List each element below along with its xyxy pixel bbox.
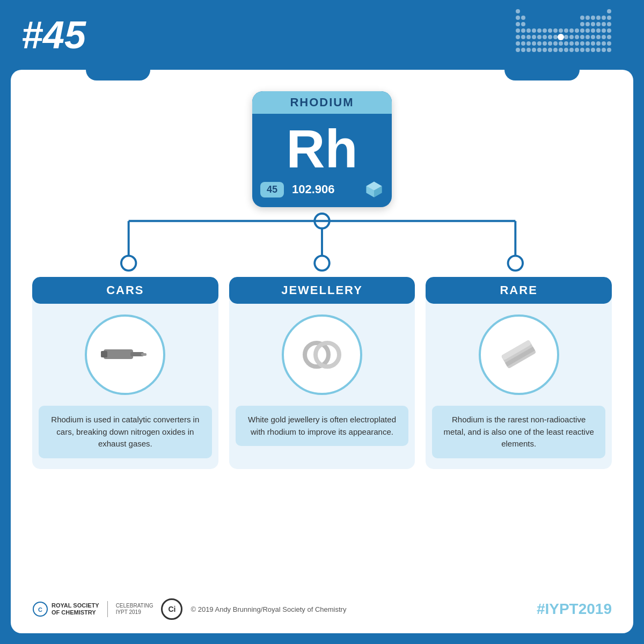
metal-bar-icon (489, 325, 548, 384)
cars-icon-circle (85, 314, 165, 395)
jewellery-description: White gold jewellery is often electropla… (236, 406, 409, 446)
element-section: RHODIUM Rh 45 102.906 (32, 91, 612, 207)
svg-point-9 (314, 256, 329, 270)
element-name: RHODIUM (252, 91, 392, 114)
element-card-body: Rh 45 102.906 (252, 114, 392, 207)
rsc-text-block: ROYAL SOCIETY OF CHEMISTRY (52, 602, 99, 616)
cube-icon (364, 180, 384, 199)
svg-rect-15 (101, 351, 107, 357)
atomic-number: 45 (260, 182, 284, 197)
footer: C ROYAL SOCIETY OF CHEMISTRY CELEBRATING… (32, 598, 612, 620)
celebrating-block: CELEBRATING IYPT 2019 (116, 603, 153, 616)
rsc-line2: OF CHEMISTRY (52, 609, 99, 616)
svg-rect-16 (141, 353, 147, 356)
atomic-mass: 102.906 (292, 182, 335, 196)
exhaust-icon (96, 325, 155, 384)
connections-area (32, 213, 612, 277)
element-symbol: Rh (260, 122, 384, 175)
iypt-label: IYPT 2019 (116, 609, 153, 616)
copyright: © 2019 Andy Brunning/Royal Society of Ch… (191, 605, 528, 613)
ci-badge: Ci (161, 598, 182, 620)
divider-1 (107, 601, 108, 617)
rare-icon-circle (479, 314, 559, 395)
element-details: 45 102.906 (260, 180, 384, 199)
rsc-line1: ROYAL SOCIETY (52, 602, 99, 609)
three-columns: CARS Rhodium is used in catalytic conver… (32, 277, 612, 469)
cars-card: CARS Rhodium is used in catalytic conver… (32, 277, 218, 469)
rsc-logo: C ROYAL SOCIETY OF CHEMISTRY (32, 601, 99, 617)
cars-description: Rhodium is used in catalytic converters … (39, 406, 212, 458)
rare-header: RARE (426, 277, 612, 304)
rare-card: RARE Rhodium is the rarest non-radioacti… (426, 277, 612, 469)
element-number: #45 (21, 13, 86, 57)
periodic-table-icon (515, 8, 623, 62)
rsc-circle-logo: C (32, 601, 48, 617)
rare-description: Rhodium is the rarest non-radioactive me… (432, 406, 605, 458)
svg-rect-13 (104, 349, 133, 359)
svg-point-12 (508, 256, 523, 270)
svg-point-7 (121, 256, 136, 270)
svg-text:C: C (38, 606, 42, 613)
jewellery-card: JEWELLERY White gold jewellery is often … (229, 277, 415, 469)
cars-header: CARS (32, 277, 218, 304)
jewellery-header: JEWELLERY (229, 277, 415, 304)
hashtag: #IYPT2019 (537, 601, 612, 618)
celebrating-label: CELEBRATING (116, 603, 153, 609)
ci-label: Ci (168, 605, 175, 613)
element-card: RHODIUM Rh 45 102.906 (252, 91, 392, 207)
jewellery-icon-circle (282, 314, 362, 395)
page-container: #45 RHODIUM Rh 45 102.906 (0, 0, 644, 644)
connection-lines (32, 213, 612, 277)
rings-icon (292, 325, 352, 384)
main-content: RHODIUM Rh 45 102.906 (11, 70, 633, 633)
